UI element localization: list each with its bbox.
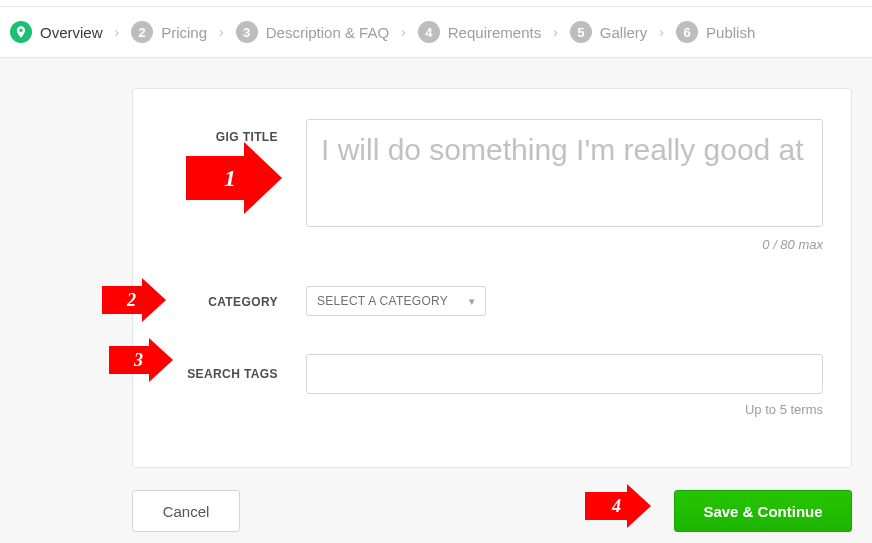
step-label: Gallery [600, 24, 648, 41]
chevron-right-icon: › [659, 24, 664, 40]
step-label: Publish [706, 24, 755, 41]
arrow-right-icon [627, 484, 651, 528]
category-select-value: SELECT A CATEGORY [317, 294, 448, 308]
annotation-number: 4 [585, 492, 627, 520]
chevron-right-icon: › [401, 24, 406, 40]
chevron-right-icon: › [115, 24, 120, 40]
arrow-right-icon [142, 278, 166, 322]
step-label: Overview [40, 24, 103, 41]
category-label: CATEGORY [208, 295, 278, 309]
annotation-number: 1 [186, 156, 244, 200]
step-gallery[interactable]: 5 Gallery [570, 21, 648, 43]
category-select[interactable]: SELECT A CATEGORY ▾ [306, 286, 486, 316]
annotation-arrow-2: 2 [102, 278, 166, 322]
caret-down-icon: ▾ [469, 295, 475, 308]
step-requirements[interactable]: 4 Requirements [418, 21, 541, 43]
step-number: 3 [236, 21, 258, 43]
chevron-right-icon: › [219, 24, 224, 40]
arrow-right-icon [244, 142, 282, 214]
step-pricing[interactable]: 2 Pricing [131, 21, 207, 43]
progress-stepper: Overview › 2 Pricing › 3 Description & F… [0, 7, 872, 58]
annotation-arrow-3: 3 [109, 338, 173, 382]
step-label: Requirements [448, 24, 541, 41]
step-number: 2 [131, 21, 153, 43]
annotation-arrow-4: 4 [585, 484, 651, 528]
annotation-number: 3 [109, 346, 149, 374]
annotation-number: 2 [102, 286, 142, 314]
tags-hint: Up to 5 terms [306, 402, 823, 417]
step-number: 6 [676, 21, 698, 43]
arrow-right-icon [149, 338, 173, 382]
step-publish[interactable]: 6 Publish [676, 21, 755, 43]
step-number: 5 [570, 21, 592, 43]
step-description[interactable]: 3 Description & FAQ [236, 21, 389, 43]
top-spacer [0, 0, 872, 7]
search-tags-label: SEARCH TAGS [187, 367, 278, 381]
search-tags-input[interactable] [306, 354, 823, 394]
save-continue-button[interactable]: Save & Continue [674, 490, 852, 532]
annotation-arrow-1: 1 [186, 142, 282, 214]
gig-title-input[interactable] [306, 119, 823, 227]
step-overview[interactable]: Overview [10, 21, 103, 43]
step-label: Description & FAQ [266, 24, 389, 41]
location-pin-icon [10, 21, 32, 43]
cancel-button[interactable]: Cancel [132, 490, 240, 532]
chevron-right-icon: › [553, 24, 558, 40]
gig-title-counter: 0 / 80 max [306, 237, 823, 252]
step-label: Pricing [161, 24, 207, 41]
step-number: 4 [418, 21, 440, 43]
